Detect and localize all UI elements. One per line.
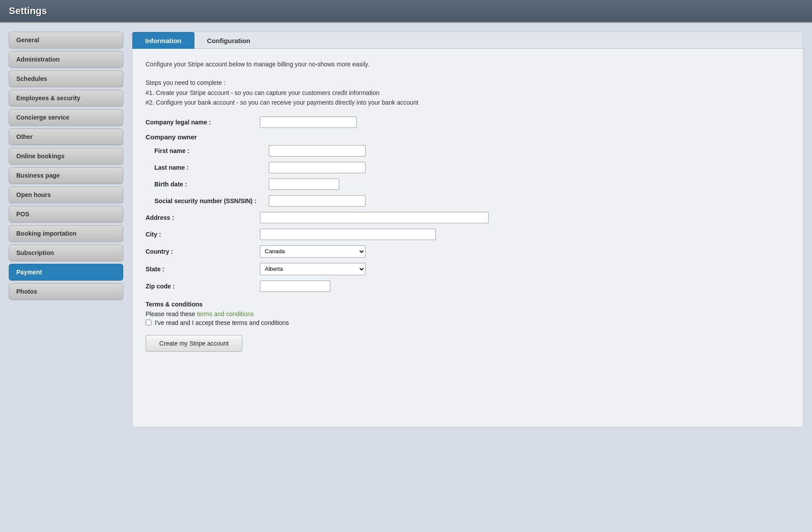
birth-date-input[interactable]: [269, 179, 339, 190]
sidebar-item-administration[interactable]: Administration: [9, 51, 123, 68]
ssn-label: Social security number (SSN/SIN) :: [154, 197, 269, 204]
terms-checkbox[interactable]: [146, 320, 151, 325]
address-label: Address :: [146, 214, 260, 221]
sidebar-item-booking-importation[interactable]: Booking importation: [9, 225, 123, 242]
sidebar-item-general[interactable]: General: [9, 32, 123, 48]
company-legal-name-label: Company legal name :: [146, 119, 260, 126]
sidebar-item-online-bookings[interactable]: Online bookings: [9, 148, 123, 164]
main-content: InformationConfiguration Configure your …: [132, 32, 803, 427]
address-row: Address :: [146, 212, 790, 223]
sidebar-item-pos[interactable]: POS: [9, 206, 123, 222]
terms-title: Terms & conditions: [146, 301, 790, 308]
city-input[interactable]: [260, 229, 436, 240]
description-steps: Steps you need to complete : #1. Create …: [146, 78, 790, 107]
country-label: Country :: [146, 248, 260, 255]
ssn-row: Social security number (SSN/SIN) :: [154, 195, 790, 207]
content-area: Configure your Stripe account below to m…: [132, 49, 803, 362]
country-select[interactable]: CanadaUnited StatesUnited KingdomAustral…: [260, 245, 366, 258]
company-legal-name-row: Company legal name :: [146, 117, 790, 128]
country-row: Country : CanadaUnited StatesUnited King…: [146, 245, 790, 258]
company-legal-name-input[interactable]: [260, 117, 357, 128]
city-label: City :: [146, 231, 260, 238]
sidebar: GeneralAdministrationSchedulesEmployees …: [9, 32, 123, 300]
state-row: State : AlbertaBritish ColumbiaManitobaN…: [146, 263, 790, 275]
last-name-input[interactable]: [269, 162, 366, 173]
sidebar-item-employees-security[interactable]: Employees & security: [9, 90, 123, 106]
sidebar-item-schedules[interactable]: Schedules: [9, 70, 123, 87]
steps-header: Steps you need to complete :: [146, 79, 225, 86]
terms-check-row: I've read and I accept these terms and c…: [146, 319, 790, 326]
sidebar-item-subscription[interactable]: Subscription: [9, 244, 123, 261]
sidebar-item-other[interactable]: Other: [9, 128, 123, 145]
step-2: #2. Configure your bank account - so you…: [146, 99, 418, 106]
terms-prefix: Please read these: [146, 310, 197, 317]
last-name-label: Last name :: [154, 164, 269, 171]
sidebar-item-concierge-service[interactable]: Concierge service: [9, 109, 123, 126]
company-owner-title: Company owner: [146, 133, 790, 141]
sidebar-item-photos[interactable]: Photos: [9, 283, 123, 300]
tab-configuration[interactable]: Configuration: [194, 32, 263, 49]
terms-link[interactable]: terms and conditions: [197, 310, 254, 317]
birth-date-row: Birth date :: [154, 179, 790, 190]
first-name-label: First name :: [154, 147, 269, 154]
state-label: State :: [146, 266, 260, 273]
sidebar-item-open-hours[interactable]: Open hours: [9, 186, 123, 203]
terms-text-row: Please read these terms and conditions: [146, 310, 790, 317]
address-input[interactable]: [260, 212, 489, 223]
description-1: Configure your Stripe account below to m…: [146, 59, 790, 69]
zip-code-input[interactable]: [260, 281, 330, 292]
first-name-row: First name :: [154, 145, 790, 157]
terms-checkbox-label: I've read and I accept these terms and c…: [155, 319, 289, 326]
city-row: City :: [146, 229, 790, 240]
step-1: #1. Create your Stripe account - so you …: [146, 89, 379, 96]
tab-bar: InformationConfiguration: [132, 32, 803, 49]
create-stripe-button[interactable]: Create my Stripe account: [146, 335, 242, 352]
last-name-row: Last name :: [154, 162, 790, 173]
zip-code-row: Zip code :: [146, 281, 790, 292]
first-name-input[interactable]: [269, 145, 366, 157]
page-title: Settings: [9, 5, 803, 17]
zip-code-label: Zip code :: [146, 283, 260, 290]
birth-date-label: Birth date :: [154, 181, 269, 188]
state-select[interactable]: AlbertaBritish ColumbiaManitobaNew Bruns…: [260, 263, 366, 275]
ssn-input[interactable]: [269, 195, 366, 207]
terms-section: Terms & conditions Please read these ter…: [146, 301, 790, 326]
sidebar-item-business-page[interactable]: Business page: [9, 167, 123, 184]
tab-information[interactable]: Information: [132, 32, 194, 49]
sidebar-item-payment[interactable]: Payment: [9, 264, 123, 281]
